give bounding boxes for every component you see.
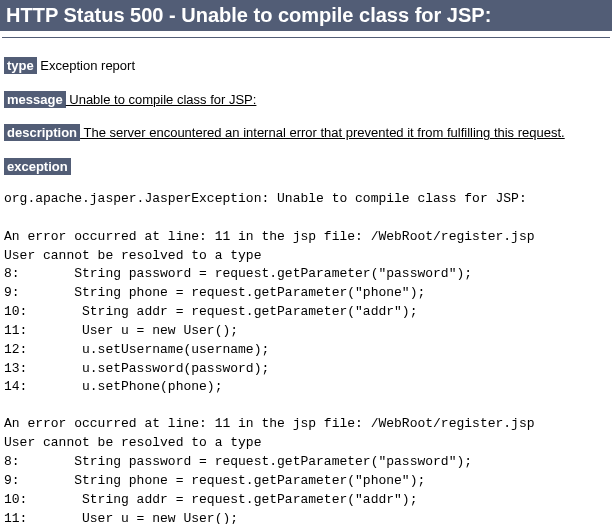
divider (2, 37, 610, 38)
description-text: The server encountered an internal error… (80, 125, 565, 140)
message-label: message (4, 91, 66, 108)
stack-trace-2: An error occurred at line: 11 in the jsp… (4, 415, 608, 524)
type-section: type Exception report (4, 56, 608, 76)
exception-label: exception (4, 158, 71, 175)
type-text: Exception report (37, 58, 135, 73)
stack-trace-1: org.apache.jasper.JasperException: Unabl… (4, 190, 608, 397)
type-label: type (4, 57, 37, 74)
description-section: description The server encountered an in… (4, 123, 608, 143)
description-label: description (4, 124, 80, 141)
page-title: HTTP Status 500 - Unable to compile clas… (0, 0, 612, 31)
exception-section: exception (4, 157, 608, 177)
message-section: message Unable to compile class for JSP: (4, 90, 608, 110)
message-text: Unable to compile class for JSP: (66, 92, 257, 107)
